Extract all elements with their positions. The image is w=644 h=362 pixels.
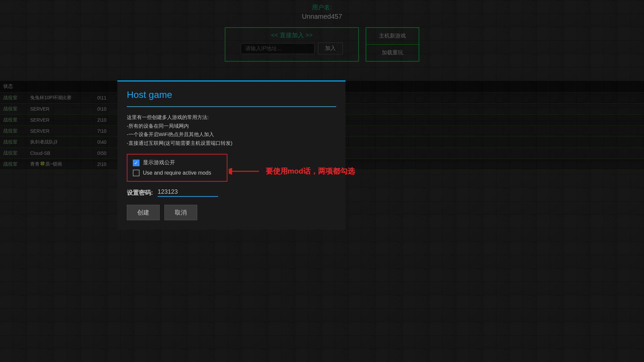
modal-description: 这里有一些创建多人游戏的常用方法:-所有的设备在同一局域网内-一个设备开启WiF… xyxy=(127,113,336,147)
checkbox-row-2: Use and require active mods xyxy=(133,170,221,176)
description-line: -一个设备开启WiFi热点并且其他人加入 xyxy=(127,130,336,139)
show-public-label: 显示游戏公开 xyxy=(143,159,175,166)
active-mods-checkbox[interactable] xyxy=(133,170,140,176)
active-mods-label: Use and require active mods xyxy=(143,170,211,176)
modal-divider xyxy=(127,106,336,107)
password-label: 设置密码: xyxy=(127,189,153,197)
host-game-modal: Host game 这里有一些创建多人游戏的常用方法:-所有的设备在同一局域网内… xyxy=(117,80,345,230)
show-public-checkbox[interactable] xyxy=(133,160,140,166)
description-line: -所有的设备在同一局域网内 xyxy=(127,122,336,130)
password-input[interactable] xyxy=(158,188,218,197)
arrow-annotation: 要使用mod话，两项都勾选 xyxy=(229,165,355,178)
checkbox-row-1: 显示游戏公开 xyxy=(133,159,221,166)
action-buttons: 创建 取消 xyxy=(127,205,336,220)
arrow-icon xyxy=(229,165,262,178)
create-button[interactable]: 创建 xyxy=(127,205,160,220)
modal-overlay: Host game 这里有一些创建多人游戏的常用方法:-所有的设备在同一局域网内… xyxy=(0,0,644,362)
password-row: 设置密码: xyxy=(127,188,336,197)
annotation-text: 要使用mod话，两项都勾选 xyxy=(266,166,355,176)
description-line: 这里有一些创建多人游戏的常用方法: xyxy=(127,113,336,122)
checkbox-area: 显示游戏公开 Use and require active mods xyxy=(127,154,227,182)
modal-title: Host game xyxy=(127,89,336,100)
cancel-button[interactable]: 取消 xyxy=(164,205,197,220)
description-line: -直接通过互联网(这可能需要主机设置端口转发) xyxy=(127,139,336,147)
